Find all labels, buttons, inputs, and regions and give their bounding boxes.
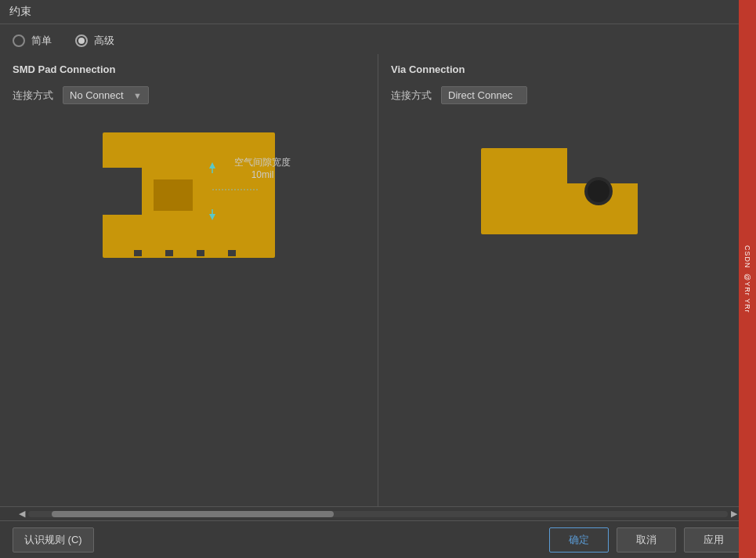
- serr2: [165, 250, 173, 256]
- via-svg: [473, 117, 661, 258]
- csdn-author: @YRr YRr: [743, 274, 751, 313]
- gap-annotation: 空气间隙宽度 10mil: [234, 156, 291, 180]
- smd-svg: [87, 117, 291, 266]
- gap-value-text: 10mil: [234, 169, 291, 180]
- tooth4: [96, 219, 103, 226]
- radio-advanced-circle[interactable]: [75, 34, 88, 47]
- radio-row: 简单 高级: [0, 24, 756, 54]
- h-scroll-track: [28, 511, 728, 517]
- main-container: 约束 简单 高级 SMD Pad Connection 连接方式 No Conn…: [0, 0, 756, 558]
- bottom-left: 认识规则 (C): [13, 527, 94, 553]
- apply-button[interactable]: 应用: [684, 527, 743, 553]
- tooth1: [96, 148, 103, 156]
- serr4: [228, 250, 236, 256]
- content-area: SMD Pad Connection 连接方式 No Connect ▼: [0, 54, 756, 520]
- radio-simple[interactable]: 简单: [13, 34, 52, 48]
- radio-simple-label: 简单: [31, 34, 52, 48]
- via-panel-title: Via Connection: [391, 63, 743, 75]
- via-panel: Via Connection 连接方式 Direct Connec: [378, 54, 756, 506]
- via-connection-label: 连接方式: [391, 89, 432, 103]
- h-scroll-left-button[interactable]: ◀: [16, 509, 28, 519]
- serr3: [197, 250, 204, 256]
- smd-panel-title: SMD Pad Connection: [13, 63, 365, 75]
- ok-button[interactable]: 确定: [549, 527, 609, 553]
- smd-connection-label: 连接方式: [13, 89, 53, 103]
- smd-pad-preview: 空气间隙宽度 10mil: [87, 117, 291, 266]
- radio-advanced[interactable]: 高级: [75, 34, 114, 48]
- via-connection-dropdown[interactable]: Direct Connec: [441, 86, 527, 104]
- tooth3: [96, 195, 103, 203]
- bottom-bar: 认识规则 (C) 确定 取消 应用: [0, 520, 756, 558]
- dropdown-arrow-icon: ▼: [133, 91, 142, 100]
- via-connection-row: 连接方式 Direct Connec: [391, 86, 743, 104]
- gap-label-text: 空气间隙宽度: [234, 156, 291, 169]
- cancel-button[interactable]: 取消: [617, 527, 676, 553]
- csdn-text: CSDN: [743, 245, 751, 269]
- tooth2: [96, 172, 103, 179]
- via-pad-preview: [473, 117, 661, 258]
- smd-panel: SMD Pad Connection 连接方式 No Connect ▼: [0, 54, 378, 506]
- via-connection-value: Direct Connec: [448, 89, 512, 101]
- via-inner: [588, 180, 610, 202]
- smd-inner-dark: [154, 179, 193, 211]
- smd-connection-dropdown[interactable]: No Connect ▼: [63, 86, 149, 104]
- serr1: [134, 250, 142, 256]
- panels-wrapper: SMD Pad Connection 连接方式 No Connect ▼: [0, 54, 756, 506]
- button-group: 确定 取消 应用: [549, 527, 743, 553]
- smd-connection-value: No Connect: [70, 89, 124, 101]
- radio-simple-circle[interactable]: [13, 34, 25, 47]
- csdn-badge: CSDN @YRr YRr: [739, 0, 756, 558]
- dialog-title: 约束: [9, 5, 31, 17]
- smd-connection-row: 连接方式 No Connect ▼: [13, 86, 365, 104]
- title-bar: 约束: [0, 0, 756, 24]
- horizontal-scrollbar: ◀ ▶: [0, 506, 756, 520]
- h-scroll-thumb[interactable]: [52, 511, 334, 517]
- default-rule-button[interactable]: 认识规则 (C): [13, 527, 94, 553]
- smd-notch-left: [103, 168, 142, 215]
- radio-advanced-label: 高级: [94, 34, 114, 48]
